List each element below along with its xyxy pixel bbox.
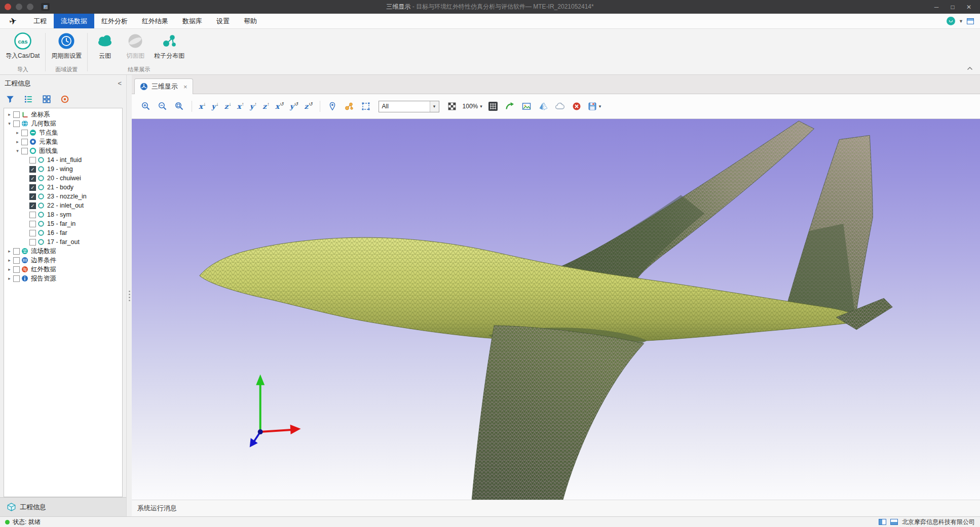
particle-trace-icon[interactable] <box>343 100 355 112</box>
expander-closed-icon[interactable]: ▸ <box>6 258 13 263</box>
tree-row[interactable]: ✓22 - inlet_out <box>4 201 122 210</box>
clear-view-icon[interactable] <box>571 100 583 112</box>
tree-row[interactable]: 18 - sym <box>4 210 122 219</box>
panel-layout-bottom-icon[interactable] <box>890 519 898 525</box>
expander-open-icon[interactable]: ▾ <box>6 121 13 126</box>
grid-toggle-button[interactable] <box>487 100 499 112</box>
minimize-button[interactable]: ─ <box>929 1 944 13</box>
tree-row[interactable]: ✓23 - nozzle_in <box>4 192 122 201</box>
menu-tab-2[interactable]: 红外分析 <box>94 14 135 28</box>
project-info-bottom-bar[interactable]: 工程信息 <box>0 497 126 516</box>
tree-row[interactable]: ▸节点集 <box>4 128 122 137</box>
import-cas-dat-button[interactable]: cas 导入Cas/Dat <box>3 31 42 61</box>
panel-splitter[interactable] <box>127 75 132 516</box>
tree-checkbox[interactable] <box>21 148 28 154</box>
tree-checkbox[interactable] <box>29 221 36 227</box>
probe-pin-icon[interactable] <box>326 100 338 112</box>
tree-row[interactable]: 17 - far_out <box>4 237 122 247</box>
tree-checkbox[interactable] <box>13 275 20 282</box>
ribbon-collapse-button[interactable] <box>966 65 974 72</box>
menu-tab-4[interactable]: 数据库 <box>175 14 209 28</box>
expander-closed-icon[interactable]: ▸ <box>6 267 13 272</box>
view-x-minus-button[interactable]: x↓ <box>198 101 206 111</box>
view-x-plus-button[interactable]: x↑ <box>236 101 244 111</box>
expander-open-icon[interactable]: ▾ <box>14 148 21 153</box>
tree-checkbox[interactable]: ✓ <box>29 193 36 200</box>
list-view-icon[interactable] <box>24 95 33 104</box>
tree-row[interactable]: ▸流场数据 <box>4 247 122 256</box>
tree-checkbox[interactable] <box>21 139 28 145</box>
panel-collapse-button[interactable]: < <box>118 79 122 87</box>
texture-checker-icon[interactable] <box>446 100 458 112</box>
viewport-3d[interactable] <box>132 119 980 500</box>
zoom-out-icon[interactable] <box>157 100 169 112</box>
menu-tab-0[interactable]: 工程 <box>26 14 54 28</box>
view-y-minus-button[interactable]: y↓ <box>211 101 219 111</box>
expander-closed-icon[interactable]: ▸ <box>6 249 13 254</box>
tree-checkbox[interactable] <box>13 248 20 255</box>
close-button[interactable]: ✕ <box>962 1 976 13</box>
system-message-bar[interactable]: 系统运行消息 <box>132 500 980 516</box>
tab-close-icon[interactable]: × <box>183 83 187 91</box>
tree-checkbox[interactable] <box>13 120 20 127</box>
tab-3d-display[interactable]: 三维显示 × <box>134 78 193 94</box>
tree-row[interactable]: ✓21 - body <box>4 183 122 192</box>
tree-row[interactable]: 16 - far <box>4 228 122 237</box>
expander-closed-icon[interactable]: ▸ <box>14 139 21 144</box>
tree-row[interactable]: 14 - int_fluid <box>4 155 122 165</box>
view-z-minus-button[interactable]: z↓ <box>224 101 232 111</box>
tree-row[interactable]: ✓20 - chuiwei <box>4 174 122 183</box>
export-arrow-icon[interactable] <box>504 100 516 112</box>
zoom-fit-icon[interactable] <box>173 100 185 112</box>
target-locate-icon[interactable] <box>60 95 69 104</box>
panel-layout-left-icon[interactable] <box>879 519 886 525</box>
cloud-map-button[interactable]: 云图 <box>91 31 119 61</box>
menu-tab-5[interactable]: 设置 <box>209 14 237 28</box>
expander-closed-icon[interactable]: ▸ <box>6 276 13 281</box>
box-select-icon[interactable] <box>360 100 372 112</box>
expander-closed-icon[interactable]: ▸ <box>14 130 21 135</box>
view-y-plus-button[interactable]: y↑ <box>249 101 257 111</box>
zoom-level-select[interactable]: 100%▾ <box>463 103 482 110</box>
tree-checkbox[interactable]: ✓ <box>29 166 36 173</box>
tree-checkbox[interactable] <box>29 212 36 218</box>
chevron-down-icon[interactable]: ▼ <box>959 19 963 24</box>
tree-row[interactable]: ▸元素集 <box>4 137 122 146</box>
zoom-in-icon[interactable] <box>140 100 152 112</box>
rotate-y-button[interactable]: y↺ <box>289 101 299 111</box>
tree-row[interactable]: 15 - far_in <box>4 219 122 228</box>
tree-checkbox[interactable] <box>13 266 20 273</box>
view-z-plus-button[interactable]: z↑ <box>262 101 270 111</box>
rotate-z-button[interactable]: z↺ <box>304 101 313 111</box>
tree-checkbox[interactable] <box>13 257 20 264</box>
snapshot-icon[interactable] <box>520 100 533 112</box>
tree-row[interactable]: ▸报告资源 <box>4 274 122 283</box>
tree-row[interactable]: ▸坐标系 <box>4 110 122 119</box>
tree-row[interactable]: ▾几何数据 <box>4 119 122 128</box>
filter-icon[interactable] <box>6 95 15 104</box>
window-circle-icon[interactable] <box>16 4 22 10</box>
menu-tab-1[interactable]: 流场数据 <box>54 14 94 28</box>
tree-checkbox[interactable]: ✓ <box>29 202 36 209</box>
tree-row[interactable]: ▾面线集 <box>4 146 122 155</box>
maximize-button[interactable]: □ <box>946 1 960 13</box>
menu-tab-6[interactable]: 帮助 <box>237 14 264 28</box>
close-circle-icon[interactable] <box>5 4 11 10</box>
mirror-icon[interactable] <box>537 100 549 112</box>
display-filter-select[interactable]: All▾ <box>379 101 439 112</box>
tree-row[interactable]: ▸边界条件 <box>4 256 122 265</box>
tree-checkbox[interactable] <box>29 157 36 164</box>
rotate-x-button[interactable]: x↺ <box>275 101 285 111</box>
combo-dropdown-icon[interactable]: ▾ <box>430 101 439 112</box>
tree-checkbox[interactable]: ✓ <box>29 175 36 182</box>
expander-closed-icon[interactable]: ▸ <box>6 112 13 117</box>
tree-checkbox[interactable] <box>21 130 28 136</box>
period-face-settings-button[interactable]: 周期面设置 <box>49 31 84 61</box>
save-view-button[interactable]: ▾ <box>587 101 601 111</box>
particle-distribution-button[interactable]: 粒子分布图 <box>152 31 187 61</box>
window-circle-icon[interactable] <box>27 4 33 10</box>
tree-row[interactable]: ✓19 - wing <box>4 165 122 174</box>
tree-checkbox[interactable] <box>29 230 36 236</box>
menu-tab-3[interactable]: 红外结果 <box>135 14 175 28</box>
layout-toggle-icon[interactable] <box>967 18 974 24</box>
